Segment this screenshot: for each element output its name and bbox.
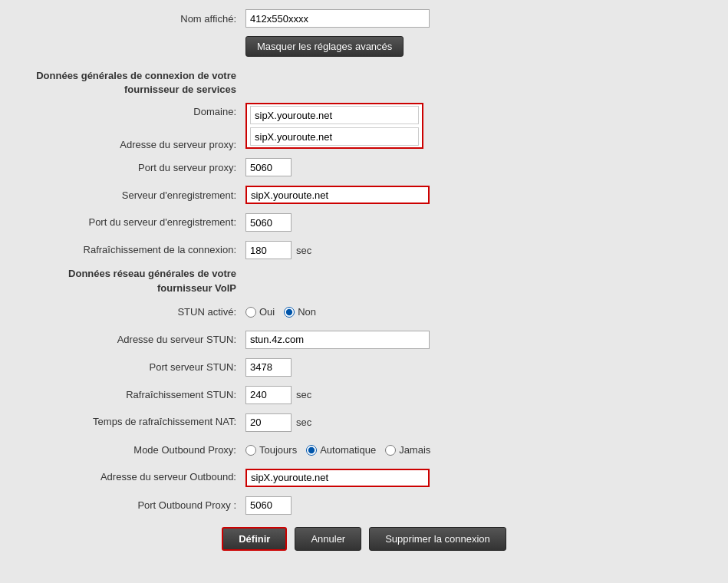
port-outbound-label: Port Outbound Proxy : — [15, 499, 245, 511]
port-registrar-label: Port du serveur d'enregistrement: — [15, 216, 245, 229]
nat-refresh-unit: sec — [296, 417, 311, 428]
outbound-toujours-option[interactable]: Toujours — [245, 444, 297, 456]
outbound-jamais-radio[interactable] — [385, 445, 396, 456]
supprimer-button[interactable]: Supprimer la connexion — [369, 527, 506, 551]
stun-server-input[interactable] — [245, 331, 430, 349]
outbound-server-label: Adresse du serveur Outbound: — [15, 471, 245, 484]
domaine-label: Domaine: — [15, 106, 236, 117]
refresh-conn-input[interactable] — [245, 241, 292, 259]
port-outbound-input[interactable] — [245, 496, 292, 515]
stun-non-option[interactable]: Non — [284, 306, 316, 318]
stun-label: STUN activé: — [15, 306, 245, 318]
action-buttons: Définir Annuler Supprimer la connexion — [15, 527, 713, 551]
definir-button[interactable]: Définir — [222, 527, 287, 551]
outbound-toujours-label: Toujours — [259, 444, 297, 456]
port-stun-label: Port serveur STUN: — [15, 361, 245, 373]
port-registrar-input[interactable] — [245, 213, 292, 232]
outbound-mode-label: Mode Outbound Proxy: — [15, 444, 245, 456]
outbound-jamais-label: Jamais — [399, 444, 430, 456]
annuler-button[interactable]: Annuler — [295, 527, 361, 551]
outbound-automatique-label: Automatique — [320, 444, 376, 456]
stun-server-label: Adresse du serveur STUN: — [15, 334, 245, 345]
domaine-input[interactable] — [250, 106, 419, 124]
toggle-advanced-button[interactable]: Masquer les réglages avancés — [245, 36, 404, 57]
stun-non-radio[interactable] — [284, 307, 295, 318]
domaine-proxy-label: Domaine: Adresse du serveur proxy: — [15, 103, 245, 150]
outbound-server-input[interactable] — [245, 469, 430, 487]
stun-non-label: Non — [298, 306, 316, 318]
section2-label: Données réseau générales de votre fourni… — [15, 267, 245, 295]
outbound-toujours-radio[interactable] — [245, 445, 256, 456]
outbound-jamais-option[interactable]: Jamais — [385, 444, 430, 456]
stun-oui-option[interactable]: Oui — [245, 306, 275, 318]
refresh-stun-unit: sec — [296, 389, 311, 400]
nat-refresh-input[interactable] — [245, 413, 292, 432]
stun-oui-radio[interactable] — [245, 307, 256, 318]
nom-affiche-label: Nom affiché: — [15, 13, 245, 25]
outbound-automatique-option[interactable]: Automatique — [306, 444, 376, 456]
refresh-conn-unit: sec — [296, 245, 311, 256]
section1-label: Données générales de connexion de votre … — [15, 68, 245, 97]
outbound-automatique-radio[interactable] — [306, 445, 317, 456]
refresh-stun-input[interactable] — [245, 386, 292, 404]
nat-refresh-label: Temps de rafraîchissement NAT: — [15, 416, 245, 429]
registrar-input[interactable] — [245, 186, 430, 204]
port-proxy-input[interactable] — [245, 158, 292, 176]
nom-affiche-input[interactable] — [245, 9, 430, 28]
port-stun-input[interactable] — [245, 358, 292, 377]
refresh-stun-label: Rafraîchissement STUN: — [15, 389, 245, 400]
refresh-conn-label: Rafraîchissement de la connexion: — [15, 244, 245, 257]
proxy-label: Adresse du serveur proxy: — [15, 139, 236, 150]
proxy-input[interactable] — [250, 127, 419, 146]
port-proxy-label: Port du serveur proxy: — [15, 162, 245, 173]
registrar-label: Serveur d'enregistrement: — [15, 189, 245, 201]
stun-oui-label: Oui — [259, 306, 275, 318]
